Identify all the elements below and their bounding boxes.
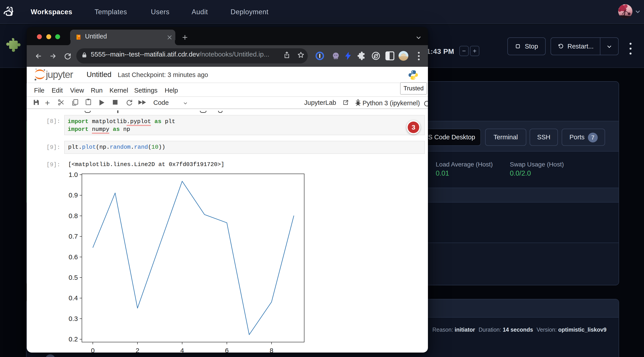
svg-text:4: 4 [180, 347, 184, 352]
svg-text:6: 6 [225, 347, 229, 352]
svg-text:0.9: 0.9 [68, 192, 78, 199]
svg-text:0.7: 0.7 [68, 232, 78, 240]
svg-text:2: 2 [136, 347, 139, 352]
svg-text:0: 0 [91, 347, 95, 352]
svg-text:0.8: 0.8 [68, 212, 78, 220]
svg-text:1.0: 1.0 [68, 171, 78, 178]
svg-text:0.3: 0.3 [68, 315, 78, 322]
svg-text:0.2: 0.2 [68, 336, 78, 343]
svg-text:8: 8 [270, 347, 274, 352]
svg-text:0.5: 0.5 [68, 274, 78, 281]
svg-text:0.6: 0.6 [68, 253, 78, 261]
svg-text:0.4: 0.4 [68, 294, 78, 302]
